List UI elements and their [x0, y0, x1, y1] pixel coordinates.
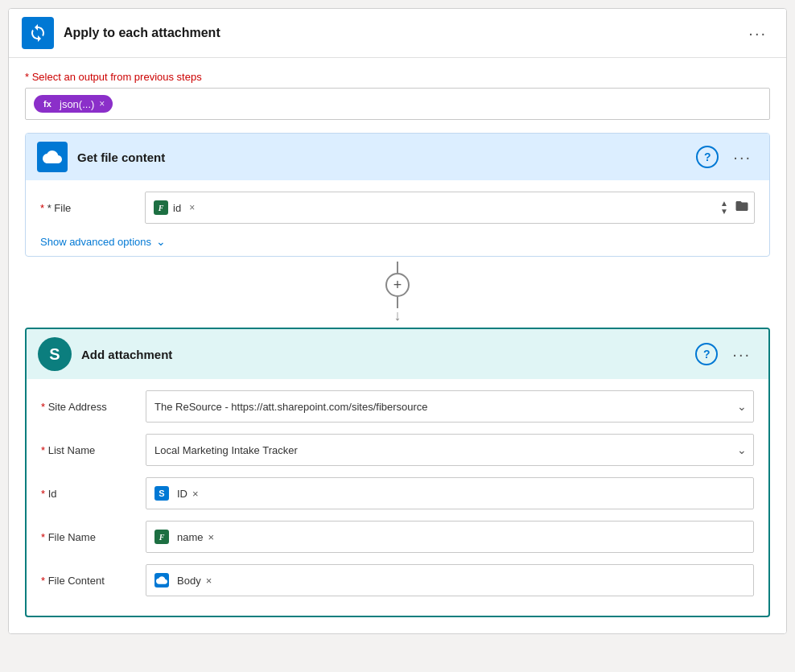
file-content-label: * File Content: [41, 575, 146, 587]
cloud-icon: [43, 147, 62, 167]
add-attachment-title: Add attachment: [81, 348, 695, 361]
connector-line-top: [397, 262, 398, 273]
plus-icon: +: [393, 277, 402, 294]
get-file-content-card: Get file content ? ··· * * File F id ×: [25, 133, 770, 257]
file-label: * * File: [40, 202, 145, 214]
file-name-label: * File Name: [41, 531, 146, 543]
id-field-input[interactable]: S ID ×: [146, 477, 754, 509]
get-file-content-header: Get file content ? ···: [26, 134, 769, 180]
site-address-label: * Site Address: [41, 401, 146, 413]
connector: + ↓: [25, 257, 770, 328]
file-field-row: * * File F id × ▲ ▼: [40, 192, 755, 224]
id-token[interactable]: F id ×: [154, 200, 195, 215]
list-name-chevron: ⌄: [737, 443, 747, 456]
output-token-input[interactable]: fx json(...) ×: [25, 88, 770, 120]
field-controls: ▲ ▼: [719, 199, 751, 216]
json-token[interactable]: fx json(...) ×: [34, 95, 113, 113]
id-row: * Id S ID ×: [41, 477, 754, 509]
folder-icon: [735, 199, 749, 213]
connector-arrow-wrap: ↓: [394, 297, 402, 323]
id-label: * Id: [41, 488, 146, 500]
site-address-dropdown[interactable]: The ReSource - https://att.sharepoint.co…: [146, 390, 754, 423]
select-output-label: * Select an output from previous steps: [25, 71, 770, 83]
sharepoint-s-icon: S: [49, 345, 60, 364]
add-attachment-help-button[interactable]: ?: [695, 343, 718, 365]
id-token-text: ID: [177, 488, 187, 500]
show-advanced-text: Show advanced options: [40, 236, 151, 248]
file-name-icon: F: [154, 530, 169, 544]
cloud-icon-box: [37, 142, 68, 172]
apply-icon-box: [22, 17, 54, 49]
get-file-content-body: * * File F id × ▲ ▼: [26, 180, 769, 256]
id-token-text: id: [173, 202, 181, 214]
apply-title: Apply to each attachment: [64, 26, 742, 40]
fx-icon: fx: [40, 97, 55, 111]
cloud-small-icon: [156, 576, 167, 584]
add-step-button[interactable]: +: [385, 273, 410, 297]
apply-body: * Select an output from previous steps f…: [9, 58, 786, 633]
get-file-help-button[interactable]: ?: [696, 146, 719, 168]
add-attachment-card: S Add attachment ? ··· * Site Address Th…: [25, 328, 770, 617]
id-token-close[interactable]: ×: [192, 488, 199, 500]
list-name-row: * List Name Local Marketing Intake Track…: [41, 434, 754, 466]
add-attachment-menu-button[interactable]: ···: [726, 342, 757, 367]
file-content-token-close[interactable]: ×: [206, 575, 212, 587]
json-token-close[interactable]: ×: [99, 98, 105, 109]
file-content-field-input[interactable]: Body ×: [146, 564, 754, 596]
site-address-value: The ReSource - https://att.sharepoint.co…: [154, 401, 745, 413]
site-address-row: * Site Address The ReSource - https://at…: [41, 390, 754, 423]
list-name-label: * List Name: [41, 444, 146, 456]
file-content-row: * File Content Body ×: [41, 564, 754, 596]
apply-menu-button[interactable]: ···: [742, 21, 773, 46]
down-arrow-button[interactable]: ▼: [719, 208, 730, 216]
json-token-text: json(...): [60, 98, 94, 110]
get-file-menu-button[interactable]: ···: [727, 145, 758, 170]
apply-to-each-card: Apply to each attachment ··· * Select an…: [8, 8, 787, 634]
site-address-chevron: ⌄: [737, 400, 747, 413]
file-name-field-input[interactable]: F name ×: [146, 521, 754, 553]
file-content-icon: [154, 573, 169, 587]
file-name-row: * File Name F name ×: [41, 521, 754, 553]
sharepoint-icon-box: S: [38, 337, 72, 371]
add-attachment-body: * Site Address The ReSource - https://at…: [27, 379, 768, 616]
list-name-dropdown[interactable]: Local Marketing Intake Tracker ⌄: [146, 434, 754, 466]
show-advanced-button[interactable]: Show advanced options ⌄: [40, 235, 166, 248]
sharepoint-id-icon: S: [154, 486, 169, 501]
folder-button[interactable]: [733, 199, 751, 216]
apply-header: Apply to each attachment ···: [9, 9, 786, 58]
list-name-value: Local Marketing Intake Tracker: [154, 444, 745, 456]
add-attachment-header: S Add attachment ? ···: [27, 329, 768, 379]
get-file-content-title: Get file content: [77, 150, 696, 164]
file-field-input[interactable]: F id × ▲ ▼: [145, 192, 755, 224]
sharepoint-file-icon: F: [154, 200, 168, 215]
id-token-close[interactable]: ×: [189, 202, 195, 213]
loop-icon: [28, 23, 47, 43]
file-content-token-text: Body: [177, 575, 201, 587]
connector-line-bottom: [397, 297, 398, 308]
file-name-token-text: name: [177, 531, 204, 543]
down-arrow-icon: ↓: [394, 308, 402, 323]
chevron-down-icon: ⌄: [156, 235, 166, 248]
file-name-token-close[interactable]: ×: [208, 531, 215, 543]
